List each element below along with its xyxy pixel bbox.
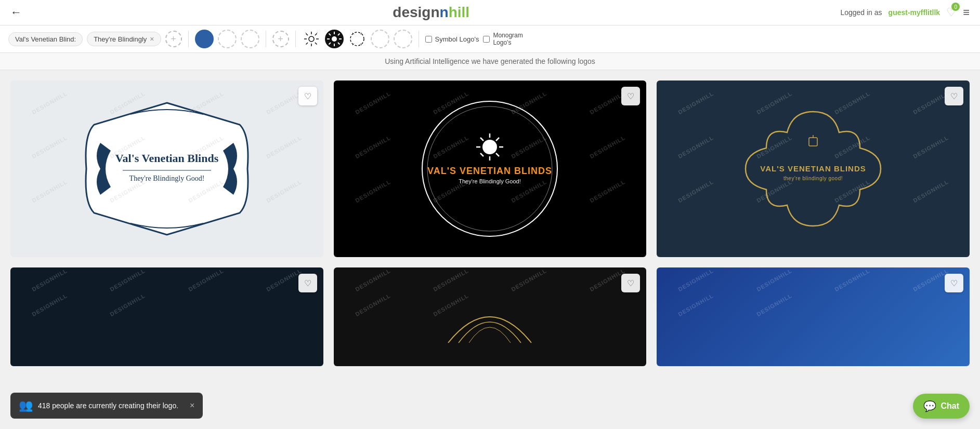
color-swatch-empty1[interactable] [218, 30, 237, 48]
logo-design-text: design [393, 4, 439, 20]
back-button[interactable]: ← [10, 6, 22, 19]
logo-dot: n [440, 4, 449, 20]
color-swatch-empty2[interactable] [241, 30, 259, 48]
add-color-button[interactable]: + [272, 31, 289, 47]
pattern-sun-bold[interactable] [325, 30, 344, 48]
tab-vals-venetian[interactable]: Val's Venetian Blind: [8, 32, 83, 46]
svg-text:Val's Venetian Blinds: Val's Venetian Blinds [115, 152, 219, 165]
watermark-overlay-4: DESIGNHILL DESIGNHILL DESIGNHILL DESIGNH… [10, 267, 323, 366]
svg-point-30 [482, 140, 497, 154]
svg-line-18 [338, 34, 340, 36]
logo-card-5[interactable]: DESIGNHILL DESIGNHILL DESIGNHILL DESIGNH… [334, 267, 647, 366]
watermark-overlay-6: DESIGNHILL DESIGNHILL DESIGNHILL DESIGNH… [657, 267, 970, 366]
username[interactable]: guest-myfflitllk [888, 8, 940, 17]
favorite-button-1[interactable]: ♡ [298, 87, 317, 105]
favorite-button-6[interactable]: ♡ [945, 274, 963, 292]
svg-line-38 [480, 153, 484, 156]
svg-text:VAL'S VENETIAN BLINDS: VAL'S VENETIAN BLINDS [428, 166, 553, 176]
svg-text:they're blindingly good!: they're blindingly good! [783, 176, 843, 181]
svg-point-20 [350, 32, 364, 46]
logo-card-2[interactable]: VAL'S VENETIAN BLINDS They're Blindingly… [334, 81, 647, 257]
pattern-swatch-empty1[interactable] [371, 30, 389, 48]
svg-line-8 [306, 43, 308, 45]
tab2-label: They're Blindingly [94, 35, 147, 43]
main-content: Val's Venetian Blinds They're Blindingly… [0, 70, 980, 377]
favorite-button-4[interactable]: ♡ [298, 274, 317, 292]
site-logo: designnhill [393, 4, 469, 21]
toolbar-divider2 [266, 31, 266, 47]
tab-theyre-blindingly[interactable]: They're Blindingly × [87, 32, 161, 46]
toolbar-divider4 [419, 31, 419, 47]
logo-card-6[interactable]: DESIGNHILL DESIGNHILL DESIGNHILL DESIGNH… [657, 267, 970, 366]
logo-card-4[interactable]: DESIGNHILL DESIGNHILL DESIGNHILL DESIGNH… [10, 267, 323, 366]
clover-logo-svg: VAL'S VENETIAN BLINDS they're blindingly… [725, 91, 901, 247]
svg-text:VAL'S VENETIAN BLINDS: VAL'S VENETIAN BLINDS [760, 164, 866, 173]
circle-logo-svg: VAL'S VENETIAN BLINDS They're Blindingly… [412, 91, 568, 247]
svg-rect-41 [809, 138, 817, 146]
header: ← designnhill Logged in as guest-myfflit… [0, 0, 980, 25]
monogram-logos-checkbox[interactable]: Monogram Logo's [483, 32, 522, 47]
symbol-logos-checkbox[interactable]: Symbol Logo's [425, 35, 479, 43]
svg-line-35 [480, 138, 484, 141]
logo-grid: Val's Venetian Blinds They're Blindingly… [10, 81, 970, 366]
svg-point-11 [332, 36, 337, 42]
symbol-logos-input[interactable] [425, 36, 432, 43]
svg-line-17 [338, 43, 340, 45]
svg-line-37 [496, 138, 499, 141]
svg-line-6 [315, 43, 317, 45]
monogram-logos-input[interactable] [483, 36, 490, 43]
svg-line-36 [496, 153, 499, 156]
favorite-button-2[interactable]: ♡ [621, 87, 640, 105]
color-swatch-blue[interactable] [195, 30, 214, 48]
pattern-circle-dashed[interactable] [348, 30, 367, 48]
pattern-sun-outline[interactable] [302, 30, 321, 48]
svg-text:They're Blindingly Good!: They're Blindingly Good! [129, 175, 204, 182]
pattern-swatch-empty2[interactable] [394, 30, 412, 48]
ai-text-bar: Using Artificial Intelligence we have ge… [0, 53, 980, 70]
tab2-remove-button[interactable]: × [150, 35, 154, 43]
svg-text:They're Blindingly Good!: They're Blindingly Good! [459, 178, 521, 184]
favorites-button[interactable]: ♡ 0 [946, 6, 957, 19]
logo-card-3[interactable]: VAL'S VENETIAN BLINDS they're blindingly… [657, 81, 970, 257]
favorite-button-5[interactable]: ♡ [621, 274, 640, 292]
toolbar-divider3 [295, 31, 296, 47]
menu-button[interactable]: ≡ [963, 6, 970, 19]
tab1-label: Val's Venetian Blind: [15, 35, 76, 43]
toolbar-divider1 [188, 31, 189, 47]
add-text-button[interactable]: + [165, 31, 182, 47]
logo-hill-text: hill [449, 4, 469, 20]
favorites-count: 0 [951, 3, 960, 11]
header-left: ← [10, 6, 22, 19]
monogram-logos-label: Monogram Logo's [493, 32, 522, 47]
svg-point-0 [309, 36, 314, 42]
bottom-logo-5-svg [438, 280, 542, 353]
svg-line-16 [329, 34, 331, 36]
toolbar: Val's Venetian Blind: They're Blindingly… [0, 25, 980, 53]
frame-logo-svg: Val's Venetian Blinds They're Blindingly… [79, 93, 255, 244]
svg-line-5 [306, 34, 308, 36]
svg-line-7 [315, 34, 317, 36]
header-right: Logged in as guest-myfflitllk ♡ 0 ≡ [840, 6, 970, 19]
svg-line-19 [329, 43, 331, 45]
favorite-button-3[interactable]: ♡ [945, 87, 963, 105]
logged-in-label: Logged in as [840, 8, 882, 17]
logo-card-1[interactable]: Val's Venetian Blinds They're Blindingly… [10, 81, 323, 257]
